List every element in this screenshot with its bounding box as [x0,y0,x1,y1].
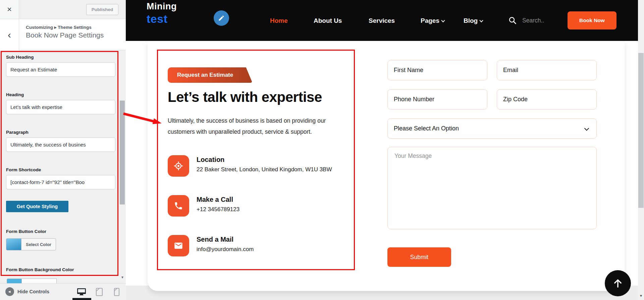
scrollbar-down-arrow-icon[interactable]: ▾ [638,292,644,299]
location-icon [168,155,189,177]
phone-number-field[interactable] [387,89,487,110]
search-icon [508,16,517,25]
preview-mobile-button[interactable] [111,287,122,297]
search-input[interactable]: Search.. [508,16,544,25]
panel-header: ‹ Customizing ▸ Theme Settings Book Now … [0,19,126,50]
book-now-section-card: Request an Estimate Let’s talk with expe… [148,41,625,291]
hide-controls-toggle[interactable]: ◀ Hide Controls [5,287,49,296]
sidebar-scrollbar[interactable] [119,51,125,281]
contact-item-mail: Send a Mail info@yourdomain.com [168,235,254,256]
email-field[interactable] [497,60,597,80]
customizer-window: × Published ‹ Customizing ▸ Theme Settin… [0,0,644,300]
monitor-icon [77,288,86,296]
up-arrow-icon [612,278,624,289]
contact-title: Make a Call [197,196,239,203]
scroll-to-top-button[interactable] [605,270,631,296]
preview-desktop-button[interactable] [76,287,87,297]
form-button-color-swatch[interactable] [6,238,21,250]
published-button[interactable]: Published [86,4,118,15]
option-select-value: Please Select An Option [394,125,459,132]
form-button-bg-color-label: Form Button Background Color [6,267,74,272]
search-placeholder: Search.. [522,17,544,24]
option-select[interactable]: Please Select An Option [387,118,597,139]
badge-label: Request an Estimate [177,72,233,78]
hide-controls-label: Hide Controls [17,289,49,294]
nav-blog[interactable]: Blog [464,17,483,24]
book-now-button[interactable]: Book Now [568,11,616,29]
scrollbar-down-arrow-icon[interactable]: ▾ [120,274,125,280]
preview-scrollbar-thumb[interactable] [638,53,644,208]
sub-heading-input[interactable] [6,62,115,77]
nav-services[interactable]: Services [369,17,395,24]
site-header: Mining test Home About Us Services Pages… [126,0,638,41]
breadcrumb: Customizing ▸ Theme Settings [26,24,92,30]
heading-input[interactable] [6,100,115,114]
content-annotation-box: Request an Estimate Let’s talk with expe… [157,50,355,270]
tablet-icon [95,288,103,296]
mail-icon [168,235,189,256]
page-title: Book Now Page Settings [26,31,104,39]
settings-annotation-box: Sub Heading Heading Paragraph Form Short… [1,51,118,276]
form-shortcode-label: Form Shortcode [6,167,41,172]
collapse-arrow-icon: ◀ [5,287,14,296]
close-icon[interactable]: × [0,0,19,19]
nav-about-us[interactable]: About Us [314,17,342,24]
contact-text: 22 Baker Street, London, United Kingdom,… [197,166,332,173]
main-nav: Home About Us Services Pages Blog [126,0,638,41]
active-device-indicator [72,298,91,300]
select-color-button[interactable]: Select Color [21,238,56,250]
contact-text: +12 3456789123 [197,206,239,213]
get-quote-styling-button[interactable]: Get Quote Styling [6,201,68,212]
smartphone-icon [113,288,120,296]
sidebar-scrollbar-thumb[interactable] [120,101,125,204]
nav-home[interactable]: Home [270,17,288,24]
phone-icon [168,195,189,217]
contact-item-location: Location 22 Baker Street, London, United… [168,155,332,177]
section-heading: Let’s talk with expertise [168,89,322,105]
heading-label: Heading [6,92,24,97]
site-preview: Mining test Home About Us Services Pages… [126,0,638,300]
form-shortcode-input[interactable] [6,175,115,189]
first-name-field[interactable] [387,60,487,80]
contact-title: Location [197,156,332,164]
customizer-sidebar: × Published ‹ Customizing ▸ Theme Settin… [0,0,126,300]
back-icon[interactable]: ‹ [0,19,19,50]
contact-title: Send a Mail [197,236,254,243]
paragraph-input[interactable] [6,137,115,152]
contact-item-phone: Make a Call +12 3456789123 [168,195,239,217]
form-button-color-label: Form Button Color [6,229,46,234]
zip-code-field[interactable] [497,89,597,110]
customizer-topbar: × Published [0,0,126,19]
sub-heading-label: Sub Heading [6,55,34,60]
section-paragraph: Ultimately, the success of business is b… [168,115,354,137]
message-field[interactable] [387,147,597,229]
submit-button[interactable]: Submit [387,247,451,267]
contact-text: info@yourdomain.com [197,246,254,253]
customizer-footer: ◀ Hide Controls [0,283,126,300]
form-button-color-control: Select Color [6,238,56,250]
nav-pages[interactable]: Pages [421,17,444,24]
paragraph-label: Paragraph [6,130,29,135]
preview-tablet-button[interactable] [94,287,105,297]
sub-heading-badge: Request an Estimate [168,67,252,83]
chevron-down-icon [480,18,483,22]
chevron-down-icon [584,126,589,131]
chevron-down-icon [441,18,445,22]
